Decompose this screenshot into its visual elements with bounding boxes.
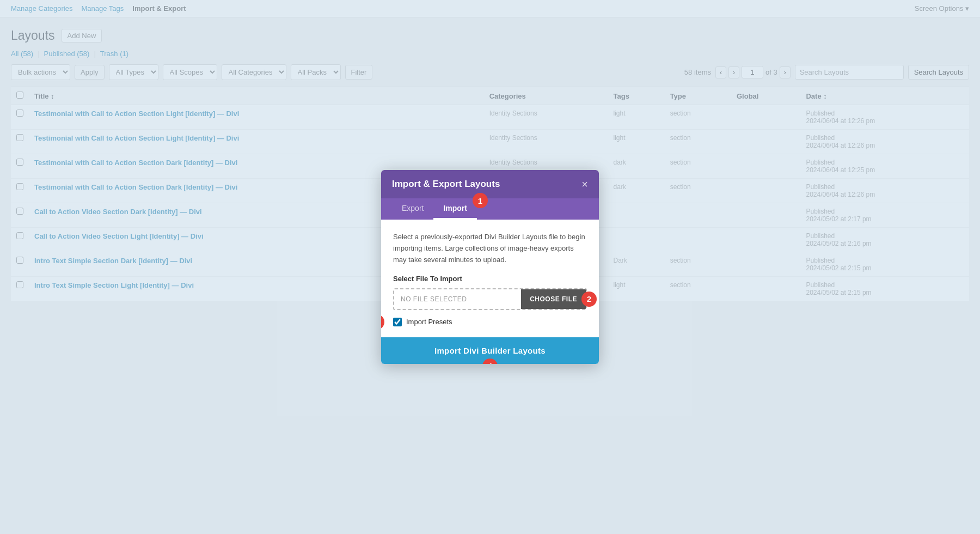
file-input-row: NO FILE SELECTED CHOOSE FILE — [393, 288, 587, 310]
modal-description: Select a previously-exported Divi Builde… — [393, 232, 587, 265]
modal: Import & Export Layouts × Export Import … — [381, 170, 599, 363]
modal-tabs: Export Import 1 — [381, 198, 599, 220]
file-input-wrapper: NO FILE SELECTED CHOOSE FILE 2 — [393, 288, 587, 310]
tab-import[interactable]: Import — [433, 198, 477, 220]
badge-3: 3 — [381, 314, 384, 330]
import-presets-label: Import Presets — [406, 318, 452, 326]
modal-title: Import & Export Layouts — [392, 179, 500, 190]
import-presets-checkbox[interactable] — [393, 318, 402, 326]
tab-export[interactable]: Export — [392, 198, 433, 220]
modal-header: Import & Export Layouts × — [381, 170, 599, 198]
badge-1: 1 — [473, 193, 488, 208]
select-file-label: Select File To Import — [393, 275, 587, 283]
modal-close-button[interactable]: × — [581, 179, 588, 190]
no-file-text: NO FILE SELECTED — [394, 290, 521, 308]
badge-2: 2 — [581, 292, 597, 307]
tab-import-container: Import 1 — [433, 198, 477, 220]
modal-footer: Import Divi Builder Layouts 4 — [381, 337, 599, 364]
modal-body: Select a previously-exported Divi Builde… — [381, 220, 599, 337]
choose-file-button[interactable]: CHOOSE FILE — [521, 289, 586, 309]
import-presets-row: 3 Import Presets — [393, 318, 452, 326]
modal-overlay[interactable]: Import & Export Layouts × Export Import … — [0, 0, 980, 534]
